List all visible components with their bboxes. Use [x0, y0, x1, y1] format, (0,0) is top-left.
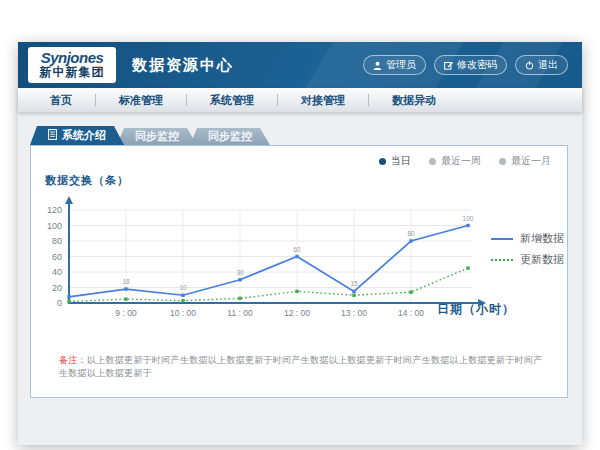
logo-text-en: Synjones [34, 50, 110, 67]
legend-label: 新增数据 [520, 231, 564, 246]
svg-text:11 : 00: 11 : 00 [227, 308, 253, 318]
tab-label: 同步监控 [135, 129, 179, 144]
svg-text:100: 100 [463, 215, 474, 222]
logout-label: 退出 [538, 58, 558, 72]
svg-text:14 : 00: 14 : 00 [398, 308, 424, 318]
legend-label: 更新数据 [520, 252, 564, 267]
solid-line-icon [491, 238, 513, 240]
x-axis-title: 日期（小时） [437, 301, 515, 318]
change-password-label: 修改密码 [457, 58, 497, 72]
tab-bar: 系统介绍 同步监控 同步监控 [30, 126, 270, 145]
chart-legend: 新增数据 更新数据 [491, 228, 564, 270]
legend-item-updated-data[interactable]: 更新数据 [491, 249, 564, 270]
footnote-text: 以上数据更新于时间产生数据以上数据更新于时间产生数据以上数据更新于时间产生数据以… [59, 355, 543, 378]
svg-text:12 : 00: 12 : 00 [284, 308, 310, 318]
svg-text:20: 20 [52, 283, 62, 293]
company-logo: Synjones 新中新集团 [28, 47, 116, 84]
tab-system-intro[interactable]: 系统介绍 [30, 126, 124, 145]
power-icon [525, 61, 534, 70]
document-icon [48, 129, 57, 142]
main-navigation: 首页 标准管理 系统管理 对接管理 数据异动 [18, 88, 582, 112]
svg-text:40: 40 [52, 267, 62, 277]
logo-text-cn: 新中新集团 [34, 66, 110, 79]
svg-text:10: 10 [179, 284, 187, 291]
admin-user-label: 管理员 [386, 58, 416, 72]
tab-label: 系统介绍 [62, 128, 106, 143]
user-icon [373, 61, 382, 70]
svg-text:10 : 00: 10 : 00 [170, 308, 196, 318]
chart-panel: 当日 最近一周 最近一月 数据交换（条） 0204060801001209 : … [30, 145, 568, 398]
svg-text:80: 80 [407, 230, 415, 237]
nav-item-interface-mgmt[interactable]: 对接管理 [278, 93, 368, 108]
svg-text:18: 18 [122, 278, 130, 285]
svg-text:30: 30 [236, 269, 244, 276]
logout-button[interactable]: 退出 [515, 55, 568, 75]
nav-item-system-mgmt[interactable]: 系统管理 [187, 93, 277, 108]
header-actions: 管理员 修改密码 退出 [363, 55, 568, 75]
page-title: 数据资源中心 [132, 56, 234, 75]
svg-text:120: 120 [47, 205, 62, 215]
footnote: 备注：以上数据更新于时间产生数据以上数据更新于时间产生数据以上数据更新于时间产生… [59, 354, 547, 380]
svg-text:80: 80 [52, 236, 62, 246]
tab-sync-monitor-2[interactable]: 同步监控 [190, 128, 270, 145]
nav-item-standard-mgmt[interactable]: 标准管理 [96, 93, 186, 108]
header-bar: Synjones 新中新集团 数据资源中心 管理员 修改密码 退出 [18, 42, 582, 88]
footnote-prefix: 备注： [59, 355, 87, 365]
tab-sync-monitor-1[interactable]: 同步监控 [117, 128, 197, 145]
dotted-line-icon [491, 259, 513, 261]
nav-item-home[interactable]: 首页 [18, 93, 95, 108]
svg-text:9 : 00: 9 : 00 [115, 308, 137, 318]
svg-text:60: 60 [293, 246, 301, 253]
legend-item-new-data[interactable]: 新增数据 [491, 228, 564, 249]
content-area: 系统介绍 同步监控 同步监控 当日 最近一周 [18, 112, 582, 445]
svg-text:15: 15 [350, 280, 358, 287]
change-password-button[interactable]: 修改密码 [434, 55, 507, 75]
svg-text:100: 100 [47, 221, 62, 231]
svg-text:60: 60 [52, 252, 62, 262]
tab-label: 同步监控 [208, 129, 252, 144]
svg-text:13 : 00: 13 : 00 [341, 308, 367, 318]
nav-item-data-change[interactable]: 数据异动 [369, 93, 459, 108]
admin-user-button[interactable]: 管理员 [363, 55, 426, 75]
edit-icon [444, 61, 453, 70]
svg-text:0: 0 [57, 298, 62, 308]
app-window: Synjones 新中新集团 数据资源中心 管理员 修改密码 退出 [18, 42, 582, 445]
